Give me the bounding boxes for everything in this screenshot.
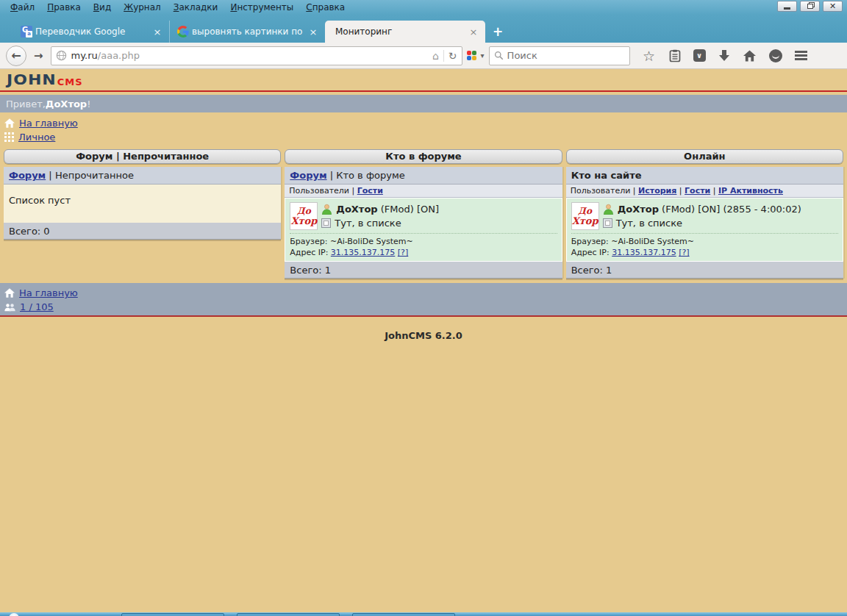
tab-close-icon[interactable]: ×: [468, 26, 479, 37]
restore-button[interactable]: [800, 1, 820, 12]
extension-icon[interactable]: [467, 51, 476, 60]
google-translate-icon: Ga: [21, 26, 32, 37]
crumb-who-on-site: Кто на сайте: [571, 170, 642, 181]
url-text[interactable]: my.ru/aaa.php: [71, 50, 428, 61]
navigation-toolbar: ← → my.ru/aaa.php ⌂ ↻ ▾: [0, 43, 847, 69]
filter-link-guests[interactable]: Гости: [685, 186, 710, 196]
menu-bookmarks[interactable]: Закладки: [168, 1, 225, 14]
user-icon: [603, 204, 614, 215]
url-host: my.ru: [71, 50, 98, 61]
browser-label: Браузер:: [290, 237, 327, 246]
user-name-text: ДоХтор (FMod) [ON]: [336, 204, 439, 215]
link-personal[interactable]: Личное: [18, 132, 55, 143]
user-status-line: Тут, в списке: [603, 216, 838, 230]
browser-line: Браузер: ~Ai-BoliDe System~: [571, 236, 838, 247]
clipboard-icon: [669, 49, 681, 62]
start-orb-icon[interactable]: [9, 613, 19, 616]
total-count: Всего: 1: [566, 262, 843, 279]
tab-google-translate[interactable]: Ga Переводчик Google ×: [13, 21, 169, 43]
ip-help-link[interactable]: [?]: [679, 248, 689, 257]
column-body: Форум | Кто в форуме Пользователи | Гост…: [285, 167, 562, 279]
menu-file[interactable]: Файл: [4, 1, 41, 14]
reload-icon[interactable]: ↻: [448, 50, 457, 62]
url-path: /aaa.php: [98, 50, 140, 61]
ip-link[interactable]: 31.135.137.175: [331, 248, 395, 257]
windows-taskbar[interactable]: [0, 612, 847, 616]
avatar[interactable]: До Хтор: [290, 202, 318, 230]
ext-dot-red: [467, 51, 471, 55]
downloads-icon[interactable]: [717, 49, 732, 63]
pocket-icon[interactable]: ∨: [693, 49, 706, 62]
cms-version: JohnCMS 6.2.0: [0, 330, 847, 341]
close-button[interactable]: ✕: [823, 1, 843, 12]
tab-monitoring-active[interactable]: Мониторинг ×: [325, 21, 485, 43]
user-lines: ДоХтор (FMod) [ON] Тут, в списке: [321, 202, 557, 230]
minimize-icon: [784, 7, 790, 10]
menu-hamburger-icon[interactable]: [794, 49, 809, 63]
greeting-bar: Привет, ДоХтор !: [0, 95, 847, 112]
breadcrumb: Форум | Кто в форуме: [285, 167, 562, 185]
search-bar[interactable]: [489, 46, 630, 65]
forward-button[interactable]: →: [31, 49, 46, 62]
chevron-down-icon[interactable]: ▾: [481, 51, 485, 60]
bookmark-star-icon[interactable]: ☆: [642, 49, 657, 63]
menu-edit[interactable]: Правка: [41, 1, 87, 14]
browser-value: ~Ai-BoliDe System~: [330, 237, 413, 246]
user-name-text: ДоХтор (FMod) [ON] (2855 - 4:00:02): [618, 204, 801, 215]
bookmarks-list-icon[interactable]: [668, 49, 682, 63]
user-row: До Хтор ДоХтор (FMod) [ON]: [290, 202, 557, 230]
menu-tools[interactable]: Инструменты: [224, 1, 300, 14]
ip-help-link[interactable]: [?]: [398, 248, 408, 257]
separator: |: [349, 186, 357, 196]
address-bar[interactable]: my.ru/aaa.php ⌂ ↻: [51, 46, 462, 65]
menu-view[interactable]: Вид: [87, 1, 118, 14]
footer-link-home[interactable]: На главную: [19, 287, 78, 298]
home-button-icon[interactable]: [743, 49, 757, 63]
back-button[interactable]: ←: [6, 46, 26, 66]
user-icon: [321, 204, 332, 215]
restore-icon: [807, 4, 813, 9]
menu-history[interactable]: Журнал: [118, 1, 168, 14]
link-forum[interactable]: Форум: [290, 170, 326, 181]
link-home[interactable]: На главную: [19, 118, 78, 129]
username[interactable]: ДоХтор: [618, 204, 659, 215]
hello-chat-icon[interactable]: [768, 49, 783, 63]
link-forum[interactable]: Форум: [9, 170, 46, 181]
minimize-button[interactable]: [777, 1, 797, 12]
taskbar-button[interactable]: [352, 613, 455, 616]
nav-home-row: На главную: [4, 116, 847, 130]
checkbox-icon[interactable]: [321, 218, 331, 228]
avatar[interactable]: До Хтор: [571, 202, 599, 230]
google-icon: [177, 26, 189, 37]
users-icon: [4, 303, 15, 312]
username[interactable]: ДоХтор: [336, 204, 377, 215]
tab-title: выровнять картинки по ле...: [192, 26, 304, 37]
filter-link-history[interactable]: История: [638, 186, 676, 196]
tab-close-icon[interactable]: ×: [151, 26, 163, 37]
bookmark-page-icon[interactable]: ⌂: [432, 50, 439, 62]
tab-title: Переводчик Google: [35, 26, 149, 37]
smiley-icon: [769, 49, 782, 62]
filter-link-ip-activity[interactable]: IP Активность: [718, 186, 783, 196]
user-status: Тут, в списке: [335, 218, 401, 229]
tab-google-search[interactable]: выровнять картинки по ле... ×: [169, 21, 325, 43]
new-tab-button[interactable]: +: [485, 22, 510, 41]
total-count: Всего: 1: [285, 262, 562, 279]
download-arrow-icon: [719, 50, 729, 62]
filter-link-guests[interactable]: Гости: [357, 186, 383, 196]
search-input[interactable]: [507, 50, 603, 61]
breadcrumb-rest: | Непрочитанное: [46, 170, 134, 181]
home-icon: [4, 118, 15, 128]
taskbar-button[interactable]: [121, 613, 224, 616]
taskbar-button[interactable]: [237, 613, 340, 616]
menu-help[interactable]: Справка: [300, 1, 351, 14]
separator: |: [630, 186, 638, 196]
user-flags: (FMod) [ON]: [378, 204, 439, 215]
menu-bar: Файл Правка Вид Журнал Закладки Инструме…: [0, 0, 847, 15]
checkbox-icon[interactable]: [603, 218, 612, 228]
tab-title: Мониторинг: [335, 26, 465, 37]
greeting-username: ДоХтор: [46, 99, 87, 110]
footer-link-counter[interactable]: 1 / 105: [20, 301, 54, 312]
ip-link[interactable]: 31.135.137.175: [612, 248, 676, 257]
tab-close-icon[interactable]: ×: [307, 26, 319, 37]
